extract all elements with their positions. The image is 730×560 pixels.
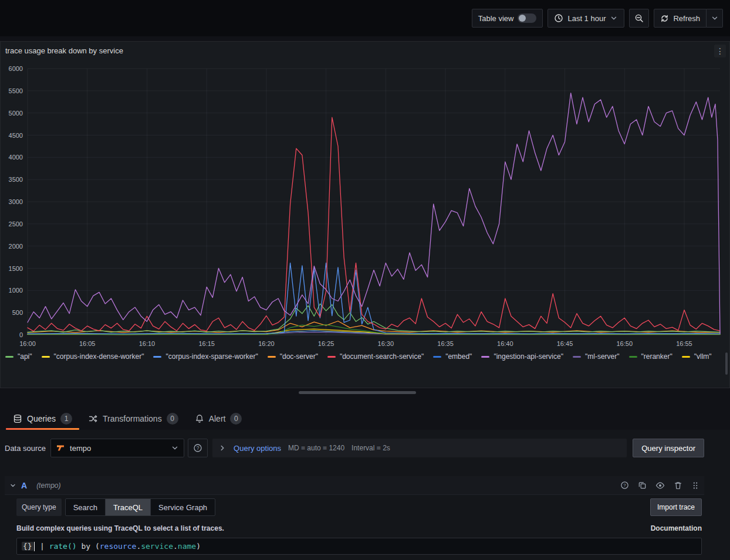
legend-item[interactable]: "ingestion-api-service": [481, 352, 563, 361]
legend-series-label[interactable]: "reranker": [641, 352, 672, 361]
legend-series-color: [629, 356, 637, 358]
chevron-down-icon: [171, 444, 179, 452]
svg-text:16:30: 16:30: [378, 340, 394, 347]
legend-item[interactable]: "reranker": [629, 352, 672, 361]
traceql-token: by: [77, 542, 95, 551]
import-trace-button[interactable]: Import trace: [650, 498, 702, 516]
duplicate-query-icon[interactable]: [638, 481, 647, 490]
svg-text:16:45: 16:45: [557, 340, 573, 347]
collapse-chevron-icon[interactable]: [9, 482, 16, 489]
query-help-icon[interactable]: ?: [620, 481, 629, 490]
query-inspector-button[interactable]: Query inspector: [633, 439, 704, 457]
time-series-chart[interactable]: 0500100015002000250030003500400045005000…: [1, 59, 729, 351]
traceql-token: ): [196, 542, 201, 551]
panel-resize-handle[interactable]: [299, 391, 416, 394]
legend-series-label[interactable]: "vllm": [694, 352, 712, 361]
legend-item[interactable]: "api": [5, 352, 32, 361]
drag-handle-grip-icon[interactable]: [691, 481, 699, 490]
legend-series-label[interactable]: "ingestion-api-service": [494, 352, 563, 361]
legend-item[interactable]: "ml-server": [573, 352, 620, 361]
legend-item[interactable]: "document-search-service": [327, 352, 424, 361]
legend-series-color: [5, 356, 13, 358]
svg-text:16:10: 16:10: [139, 340, 156, 347]
datasource-picker[interactable]: tempo: [50, 439, 184, 457]
legend-series-label[interactable]: "ml-server": [585, 352, 620, 361]
panel-title[interactable]: trace usage break down by service: [5, 46, 123, 55]
traceql-query-input[interactable]: {} | rate() by (resource.service.name): [16, 538, 702, 555]
legend-item[interactable]: "vllm": [682, 352, 712, 361]
svg-text:0: 0: [19, 331, 23, 338]
query-type-search[interactable]: Search: [66, 499, 106, 515]
query-ref-id[interactable]: A: [21, 481, 27, 490]
traceql-description-row: Build complex queries using TraceQL to s…: [16, 524, 702, 532]
clock-icon: [554, 13, 563, 23]
datasource-help-button[interactable]: ?: [188, 439, 208, 457]
traceql-token: {}: [22, 542, 33, 551]
svg-text:16:20: 16:20: [258, 340, 275, 347]
legend-series-label[interactable]: "corpus-index-dense-worker": [54, 352, 144, 361]
time-range-picker[interactable]: Last 1 hour: [548, 9, 624, 28]
svg-text:16:05: 16:05: [79, 340, 96, 347]
database-icon: [13, 414, 22, 423]
traceql-token: .: [136, 542, 141, 551]
legend-series-label[interactable]: "doc-server": [280, 352, 318, 361]
question-circle-icon: ?: [193, 443, 202, 453]
remove-query-trash-icon[interactable]: [674, 481, 682, 490]
query-options-bar[interactable]: Query options MD = auto = 1240 Interval …: [212, 439, 627, 457]
transform-icon: [89, 414, 98, 423]
svg-text:1000: 1000: [9, 287, 23, 294]
legend-series-label[interactable]: "corpus-index-sparse-worker": [165, 352, 258, 361]
traceql-token: name: [178, 542, 196, 551]
tempo-logo-icon: [56, 443, 65, 453]
tab-badge: 0: [167, 413, 178, 425]
tab-transformations[interactable]: Transformations 0: [80, 408, 187, 430]
zoom-out-icon: [634, 13, 644, 23]
tab-badge: 1: [60, 413, 72, 425]
svg-text:5500: 5500: [9, 87, 23, 94]
legend-item[interactable]: "doc-server": [268, 352, 318, 361]
legend-item[interactable]: "corpus-index-dense-worker": [42, 352, 144, 361]
query-datasource-hint: (tempo): [36, 481, 60, 490]
refresh-button-group: Refresh: [654, 9, 723, 28]
legend-series-label[interactable]: "embed": [445, 352, 472, 361]
query-options-label[interactable]: Query options: [234, 444, 281, 453]
datasource-value: tempo: [70, 444, 91, 453]
tab-label: Transformations: [103, 414, 162, 423]
table-view-label: Table view: [478, 14, 514, 23]
svg-text:16:50: 16:50: [616, 340, 633, 347]
chevron-down-icon: [711, 14, 719, 22]
legend-series-color: [268, 356, 276, 358]
query-row-header[interactable]: A (tempo) ?: [5, 476, 704, 495]
svg-text:16:40: 16:40: [497, 340, 513, 347]
query-type-service-graph[interactable]: Service Graph: [151, 499, 215, 515]
legend-item[interactable]: "embed": [433, 352, 472, 361]
query-type-traceql[interactable]: TraceQL: [106, 499, 151, 515]
hide-response-eye-icon[interactable]: [655, 481, 665, 490]
traceql-token: rate(): [49, 542, 77, 551]
tab-alert[interactable]: Alert 0: [187, 408, 251, 430]
datasource-label: Data source: [5, 444, 46, 453]
svg-text:4000: 4000: [9, 154, 23, 161]
panel-menu-icon[interactable]: ⋮: [714, 45, 726, 57]
table-view-toggle-group[interactable]: Table view: [472, 9, 543, 28]
panel-header: trace usage break down by service: [1, 42, 729, 59]
chart-svg: 0500100015002000250030003500400045005000…: [1, 59, 729, 351]
refresh-interval-dropdown[interactable]: [707, 9, 723, 28]
query-row-actions: ?: [620, 481, 699, 490]
zoom-out-button[interactable]: [629, 9, 649, 28]
chevron-down-icon: [610, 14, 618, 22]
documentation-link[interactable]: Documentation: [651, 524, 702, 532]
refresh-button[interactable]: Refresh: [654, 9, 707, 28]
legend-series-color: [433, 356, 441, 358]
traceql-token: .: [173, 542, 178, 551]
legend-scrollbar[interactable]: [725, 352, 728, 375]
legend-series-label[interactable]: "api": [18, 352, 32, 361]
table-view-switch[interactable]: [518, 13, 536, 23]
legend-series-label[interactable]: "document-search-service": [340, 352, 424, 361]
svg-text:2000: 2000: [9, 243, 23, 250]
legend-series-color: [42, 356, 50, 358]
tab-queries[interactable]: Queries 1: [5, 408, 80, 430]
traceql-token: resource: [100, 542, 137, 551]
svg-text:3000: 3000: [9, 198, 23, 205]
legend-item[interactable]: "corpus-index-sparse-worker": [153, 352, 258, 361]
